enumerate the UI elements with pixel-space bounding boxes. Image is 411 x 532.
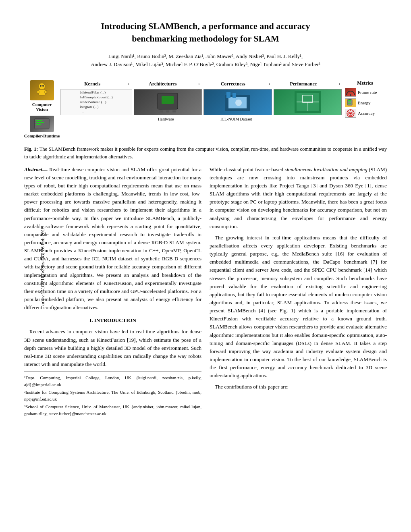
bottom-label-hardware [60,117,131,121]
right-para3: The contributions of this paper are: [210,383,387,391]
compiler-box: Compiler/Runtime [26,116,58,138]
fig-top-row: ComputerVision Compiler/Runtime [26,80,385,138]
two-col-layout: Abstract— Real-time dense computer visio… [24,166,387,417]
kernels-text: bilateralFilter (...)halfSampleRobust (.… [80,90,113,114]
abstract-paragraph: Abstract— Real-time dense computer visio… [24,166,201,312]
title-section: Introducing SLAMBench, a performance and… [24,16,387,45]
bottom-label-icl: ICL-NUIM Dataset [201,117,272,121]
metric-framerate: Frame rate [345,88,385,97]
flow-header-architectures: Architectures [131,81,195,87]
fig-caption-text: The SLAMBench framework makes it possibl… [24,146,387,160]
framerate-icon [345,88,356,97]
authors-line2: Andrew J. Davison¹, Mikel Luján³, Michae… [24,60,387,69]
section1-para1: Recent advances in computer vision have … [24,328,201,368]
accuracy-label: Accuracy [358,111,375,116]
right-para2: The growing interest in real-time applic… [210,234,387,380]
authors-line1: Luigi Nardi¹, Bruno Bodin², M. Zeeshan Z… [24,52,387,61]
svg-point-0 [39,83,45,89]
footnote-1: ¹Dept. Computing, Imperial College, Lond… [24,374,201,388]
performance-image [274,89,342,115]
svg-rect-8 [36,122,44,123]
architectures-image [134,89,202,115]
svg-rect-29 [348,100,351,101]
flow-header-performance: Performance [272,81,336,87]
svg-rect-18 [232,93,236,98]
svg-rect-17 [226,92,230,98]
svg-rect-30 [348,102,351,102]
svg-rect-1 [39,89,45,95]
fig-left-col: ComputerVision Compiler/Runtime [26,80,58,138]
section1-heading: I. INTRODUCTION [24,316,201,324]
authors-section: Luigi Nardi¹, Bruno Bodin², M. Zeeshan Z… [24,52,387,69]
svg-point-19 [235,100,242,106]
right-column: While classical point feature-based simu… [210,166,387,417]
computer-vision-label: ComputerVision [32,102,52,112]
metric-accuracy: Accuracy [345,109,385,118]
flow-arrow-4: → [335,80,342,87]
svg-rect-9 [36,124,41,125]
kernels-image: bilateralFilter (...)halfSampleRobust (.… [60,89,132,115]
compiler-icon [30,116,54,132]
energy-icon [345,98,356,107]
svg-rect-14 [172,110,176,112]
bottom-label-blank [272,117,342,121]
metrics-box: Metrics Frame rate [345,80,385,118]
flow-header-correctness: Correctness [201,81,265,87]
figure-inner: ComputerVision Compiler/Runtime [24,77,387,143]
framerate-label: Frame rate [358,90,377,95]
left-column: Abstract— Real-time dense computer visio… [24,166,201,417]
svg-rect-3 [45,90,47,94]
svg-rect-28 [349,99,351,100]
page-container: arXiv:1410.2167v2 [cs.RO] 26 Feb 2015 In… [0,0,411,532]
abstract-label: Abstract— [24,166,48,172]
abstract-text: Real-time dense computer vision and SLAM… [24,166,201,310]
abstract-block: Abstract— Real-time dense computer visio… [24,166,201,312]
footnote-2: ²Institute for Computing Systems Archite… [24,389,201,402]
energy-label: Energy [358,100,371,105]
svg-point-26 [350,94,351,96]
robot-icon [30,80,54,100]
svg-rect-7 [36,120,42,121]
fig-main-flow: Kernels → Architectures → Correctness → … [60,80,342,121]
svg-rect-13 [166,110,169,112]
bottom-label-hardware2: Hardware [131,117,201,121]
svg-point-5 [42,85,44,87]
right-para1: While classical point feature-based simu… [210,166,387,231]
accuracy-icon [345,109,356,118]
flow-header: Kernels → Architectures → Correctness → … [60,80,342,87]
metrics-title: Metrics [345,80,385,86]
footnote-3: ³School of Computer Science, Univ. of Ma… [24,403,201,417]
compiler-label: Compiler/Runtime [24,133,60,138]
fig-label: Fig. 1: [24,146,38,152]
footnotes: ¹Dept. Computing, Imperial College, Lond… [24,372,201,417]
svg-rect-2 [37,90,39,94]
flow-arrow-2: → [195,80,201,87]
flow-arrow-3: → [265,80,272,87]
correctness-image [203,89,272,115]
svg-point-4 [40,85,42,87]
flow-header-kernels: Kernels [60,81,125,87]
svg-rect-31 [348,103,351,104]
figure-caption: Fig. 1: The SLAMBench framework makes it… [24,145,387,161]
flow-images-row: bilateralFilter (...)halfSampleRobust (.… [60,89,342,115]
computer-vision-box: ComputerVision [26,80,58,112]
svg-point-35 [350,113,351,114]
flow-arrow-1: → [125,80,131,87]
figure-container: ComputerVision Compiler/Runtime [24,77,387,161]
main-title: Introducing SLAMBench, a performance and… [24,20,387,45]
svg-rect-12 [160,110,163,112]
svg-rect-11 [162,96,174,104]
arxiv-label: arXiv:1410.2167v2 [cs.RO] 26 Feb 2015 [40,227,45,305]
metric-energy: Energy [345,98,385,107]
flow-bottom-labels: Hardware ICL-NUIM Dataset [60,117,342,121]
